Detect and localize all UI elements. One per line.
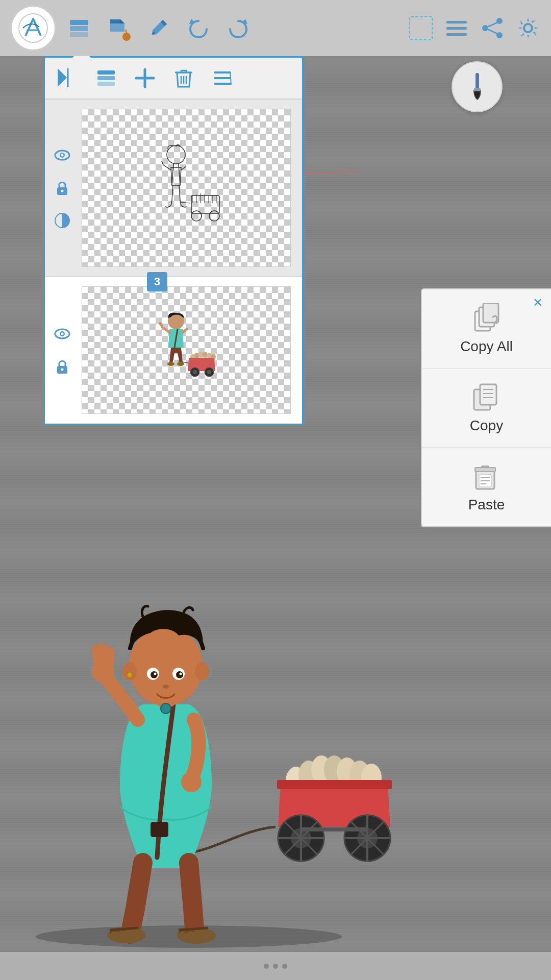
logo-button[interactable] bbox=[10, 5, 56, 51]
menu-button[interactable] bbox=[444, 15, 469, 41]
svg-rect-2 bbox=[70, 26, 88, 31]
svg-rect-9 bbox=[446, 27, 467, 30]
eyedropper-tool-button[interactable] bbox=[146, 15, 171, 41]
paint-bucket-tool-button[interactable] bbox=[106, 15, 132, 41]
svg-point-115 bbox=[154, 673, 157, 675]
add-layer-button[interactable] bbox=[134, 67, 156, 89]
svg-point-114 bbox=[176, 671, 183, 678]
svg-point-16 bbox=[524, 24, 532, 32]
svg-point-45 bbox=[61, 333, 64, 335]
layer-2-controls bbox=[53, 325, 71, 376]
svg-point-117 bbox=[163, 684, 169, 689]
layer-row-1[interactable] bbox=[45, 100, 302, 277]
svg-point-123 bbox=[161, 703, 171, 714]
svg-point-63 bbox=[207, 370, 211, 374]
select-tool-button[interactable] bbox=[408, 15, 434, 41]
svg-point-110 bbox=[195, 662, 209, 680]
copy-icon bbox=[471, 382, 502, 412]
copy-all-icon bbox=[471, 303, 502, 333]
svg-point-52 bbox=[177, 362, 184, 366]
top-toolbar bbox=[0, 0, 551, 56]
svg-point-13 bbox=[482, 25, 488, 31]
brush-circle-button[interactable] bbox=[452, 61, 503, 112]
svg-rect-29 bbox=[214, 77, 231, 79]
context-menu-close-button[interactable]: ✕ bbox=[529, 293, 547, 312]
svg-rect-19 bbox=[97, 70, 115, 75]
main-character-illustration bbox=[31, 490, 398, 949]
svg-line-42 bbox=[180, 202, 190, 203]
layer-1-opacity-toggle[interactable] bbox=[53, 211, 71, 230]
svg-point-34 bbox=[61, 154, 64, 157]
bottom-dot-2 bbox=[273, 964, 278, 969]
svg-rect-65 bbox=[475, 73, 479, 91]
svg-rect-20 bbox=[97, 76, 115, 80]
layer-1-controls bbox=[53, 146, 71, 230]
svg-rect-1 bbox=[70, 20, 88, 25]
layer-options-button[interactable] bbox=[211, 67, 234, 89]
svg-point-109 bbox=[122, 662, 137, 680]
toolbar-tools bbox=[66, 15, 408, 41]
layer-1-visibility-toggle[interactable] bbox=[53, 146, 71, 164]
svg-point-40 bbox=[191, 211, 202, 221]
delete-layer-button[interactable] bbox=[172, 67, 195, 89]
svg-point-116 bbox=[180, 673, 182, 675]
redo-button[interactable] bbox=[226, 15, 251, 41]
context-menu: ✕ Copy All bbox=[421, 288, 551, 527]
layer-3-badge: 3 bbox=[147, 272, 167, 291]
svg-rect-78 bbox=[475, 468, 495, 472]
bottom-bar bbox=[0, 952, 551, 980]
svg-point-118 bbox=[127, 672, 132, 677]
layer-1-sketch bbox=[145, 137, 227, 239]
character-svg bbox=[31, 490, 413, 949]
layer-2-lock-toggle[interactable] bbox=[53, 357, 71, 376]
copy-menu-item[interactable]: Copy bbox=[422, 369, 551, 448]
paste-icon bbox=[471, 461, 502, 492]
svg-point-108 bbox=[129, 626, 203, 706]
svg-point-38 bbox=[167, 145, 185, 164]
copy-all-label: Copy All bbox=[460, 338, 513, 355]
svg-point-41 bbox=[209, 211, 219, 221]
copy-label: Copy bbox=[470, 418, 503, 434]
layer-2-visibility-toggle[interactable] bbox=[53, 325, 71, 343]
layer-1-thumbnail[interactable] bbox=[82, 109, 291, 267]
bottom-dot-1 bbox=[264, 964, 269, 969]
svg-rect-28 bbox=[214, 71, 231, 74]
layer-1-lock-toggle[interactable] bbox=[53, 179, 71, 197]
collapse-layers-button[interactable] bbox=[56, 67, 79, 89]
layer-2-thumbnail[interactable] bbox=[82, 286, 291, 414]
svg-rect-21 bbox=[97, 82, 115, 86]
svg-rect-66 bbox=[474, 88, 481, 91]
svg-point-61 bbox=[193, 370, 197, 374]
svg-point-120 bbox=[181, 772, 202, 792]
logo-icon bbox=[18, 13, 48, 43]
paste-label: Paste bbox=[468, 497, 505, 513]
layer-2-colored bbox=[153, 307, 219, 394]
brush-icon bbox=[461, 70, 494, 104]
layers-tool-button[interactable] bbox=[66, 15, 92, 41]
svg-point-36 bbox=[61, 190, 64, 192]
svg-line-14 bbox=[487, 22, 497, 27]
svg-rect-72 bbox=[480, 384, 496, 405]
svg-point-47 bbox=[61, 369, 64, 371]
layer-row-2[interactable] bbox=[45, 277, 302, 424]
bottom-dot-3 bbox=[282, 964, 287, 969]
layer-stack-button[interactable] bbox=[95, 67, 117, 89]
bottom-dots bbox=[264, 964, 287, 969]
layers-toolbar bbox=[45, 58, 302, 100]
svg-marker-17 bbox=[58, 68, 67, 87]
svg-rect-30 bbox=[214, 83, 231, 85]
svg-point-50 bbox=[159, 322, 162, 325]
svg-line-15 bbox=[487, 29, 497, 34]
svg-point-51 bbox=[167, 362, 174, 366]
settings-button[interactable] bbox=[515, 15, 541, 41]
toolbar-right bbox=[408, 15, 541, 41]
svg-rect-3 bbox=[70, 32, 88, 37]
svg-rect-10 bbox=[446, 33, 467, 36]
layers-panel: 3 bbox=[43, 56, 304, 426]
paste-menu-item[interactable]: Paste bbox=[422, 448, 551, 526]
svg-rect-8 bbox=[446, 21, 467, 23]
svg-rect-91 bbox=[277, 780, 392, 789]
svg-point-113 bbox=[151, 671, 158, 678]
undo-button[interactable] bbox=[186, 15, 211, 41]
share-button[interactable] bbox=[480, 15, 505, 41]
